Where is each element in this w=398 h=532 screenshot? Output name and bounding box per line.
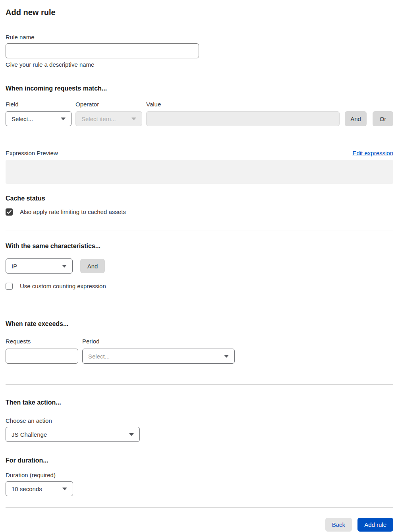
characteristics-and-button[interactable]: And: [80, 259, 105, 273]
requests-input[interactable]: [6, 349, 78, 364]
chevron-down-icon: [62, 265, 67, 268]
requests-label: Requests: [6, 337, 82, 345]
characteristics-section-heading: With the same characteristics...: [6, 242, 393, 251]
chevron-down-icon: [61, 118, 66, 120]
cache-checkbox-row: Also apply rate limiting to cached asset…: [6, 208, 393, 216]
add-rule-form: Add new rule Rule name Give your rule a …: [0, 0, 398, 532]
period-label: Period: [82, 337, 99, 345]
operator-label: Operator: [75, 100, 146, 108]
footer: Back Add rule: [6, 518, 393, 532]
period-select-value: Select...: [88, 353, 110, 360]
cache-section-heading: Cache status: [6, 194, 393, 203]
counting-checkbox-row: Use custom counting expression: [6, 282, 393, 290]
action-section-heading: Then take action...: [6, 398, 393, 407]
operator-select: Select item...: [75, 111, 142, 126]
and-button[interactable]: And: [345, 111, 367, 126]
add-rule-button[interactable]: Add rule: [357, 518, 393, 532]
expression-preview-label: Expression Preview: [6, 149, 58, 157]
rate-section-heading: When rate exceeds...: [6, 320, 393, 328]
duration-section-heading: For duration...: [6, 456, 393, 465]
field-select[interactable]: Select...: [6, 111, 71, 126]
value-input: [146, 111, 340, 126]
back-button[interactable]: Back: [325, 518, 352, 532]
page-title: Add new rule: [6, 7, 393, 17]
field-label: Field: [6, 100, 75, 108]
or-button[interactable]: Or: [373, 111, 393, 126]
period-select[interactable]: Select...: [82, 349, 235, 364]
choose-action-label: Choose an action: [6, 417, 393, 425]
characteristic-select[interactable]: IP: [6, 258, 73, 274]
edit-expression-link[interactable]: Edit expression: [352, 149, 393, 157]
chevron-down-icon: [224, 355, 229, 358]
field-select-value: Select...: [12, 116, 33, 122]
counting-checkbox-label: Use custom counting expression: [20, 282, 106, 290]
characteristic-select-value: IP: [12, 263, 17, 270]
counting-expression-checkbox[interactable]: [6, 283, 13, 290]
cache-checkbox-label: Also apply rate limiting to cached asset…: [20, 208, 126, 216]
rule-name-helper: Give your rule a descriptive name: [6, 61, 393, 69]
rule-name-label: Rule name: [6, 33, 393, 41]
chevron-down-icon: [131, 118, 136, 120]
chevron-down-icon: [62, 488, 67, 490]
checkmark-icon: [7, 210, 12, 214]
cache-checkbox[interactable]: [6, 208, 13, 216]
duration-select[interactable]: 10 seconds: [6, 481, 73, 496]
duration-label: Duration (required): [6, 471, 393, 479]
match-section-heading: When incoming requests match...: [6, 84, 393, 93]
section-divider: [6, 305, 393, 305]
action-select-value: JS Challenge: [12, 431, 47, 438]
rule-name-input[interactable]: [6, 43, 199, 58]
chevron-down-icon: [129, 433, 134, 436]
duration-select-value: 10 seconds: [12, 486, 42, 492]
section-divider: [6, 231, 393, 231]
expression-preview-box: [6, 160, 393, 184]
action-select[interactable]: JS Challenge: [6, 427, 140, 442]
section-divider: [6, 384, 393, 385]
operator-select-value: Select item...: [81, 116, 116, 122]
footer-divider: [6, 507, 393, 508]
value-label: Value: [146, 100, 161, 108]
